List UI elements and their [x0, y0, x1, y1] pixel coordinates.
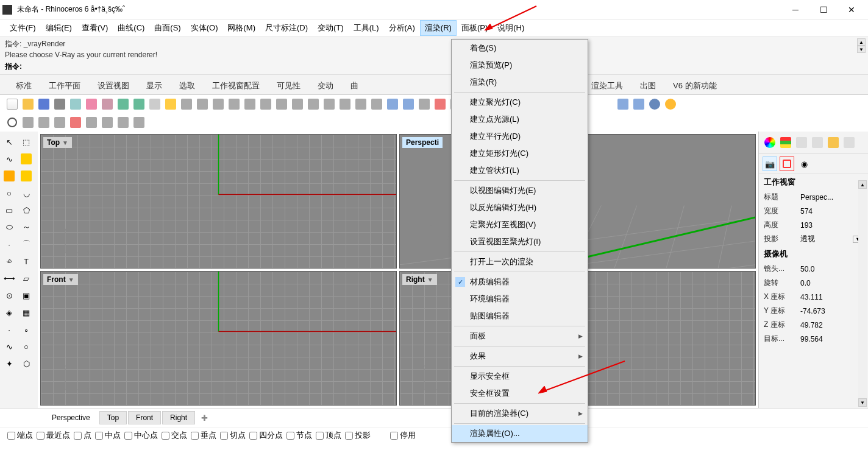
osnap-point[interactable]: 点 [74, 430, 91, 441]
tab-setview[interactable]: 设置视图 [89, 77, 138, 94]
vtab-right[interactable]: Right [162, 411, 195, 424]
menu-solid[interactable]: 实体(O) [186, 20, 223, 36]
render-menu-item-0[interactable]: 着色(S) [452, 40, 588, 57]
sec-tool-4-icon[interactable] [52, 115, 67, 130]
circle-icon[interactable]: ○ [1, 185, 17, 201]
arc-icon[interactable]: ◡ [18, 185, 34, 201]
viewport-front-header[interactable]: Front▼ [43, 274, 78, 285]
mesh-icon[interactable]: ▦ [18, 304, 34, 320]
sec-tool-3-icon[interactable] [37, 115, 51, 130]
command-input[interactable] [24, 63, 863, 71]
tool-6-icon[interactable] [258, 97, 273, 111]
lt-3-icon[interactable]: ∿ [1, 339, 17, 354]
sec-tool-1-icon[interactable] [5, 115, 20, 130]
spiral-icon[interactable]: ꩜ [1, 253, 17, 269]
polygon-icon[interactable]: ⬠ [18, 202, 34, 218]
tool-7-icon[interactable] [274, 97, 289, 111]
ellipse-icon[interactable]: ⬭ [1, 219, 17, 235]
render-menu-item-11[interactable]: 以反光编辑灯光(H) [452, 199, 588, 216]
menu-mesh[interactable]: 网格(M) [222, 20, 260, 36]
group-icon[interactable] [163, 97, 178, 111]
tool-14-icon[interactable] [385, 97, 400, 111]
osnap-int[interactable]: 交点 [162, 430, 187, 441]
render-menu-item-10[interactable]: 以视图编辑灯光(E) [452, 182, 588, 199]
material-mode-icon[interactable] [780, 156, 794, 171]
sec-tool-5-icon[interactable] [68, 115, 83, 130]
close-button[interactable]: ✕ [838, 1, 866, 19]
tab-display[interactable]: 显示 [138, 77, 171, 94]
menu-dimension[interactable]: 尺寸标注(D) [260, 20, 313, 36]
tab-select[interactable]: 选取 [171, 77, 204, 94]
render-menu-item-26[interactable]: 安全框设置 [452, 385, 588, 402]
tool-10-icon[interactable] [322, 97, 336, 111]
osnap-project[interactable]: 投影 [345, 430, 371, 441]
menu-help[interactable]: 说明(H) [493, 20, 529, 36]
tab-visibility[interactable]: 可见性 [268, 77, 309, 94]
lt-6-icon[interactable]: ⬡ [18, 356, 34, 371]
menu-panels[interactable]: 面板(P) [457, 20, 493, 36]
rect-icon[interactable]: ▭ [1, 202, 17, 218]
tool-5-icon[interactable] [243, 97, 257, 111]
tool-13-icon[interactable] [369, 97, 384, 111]
tab-transform[interactable]: 变动 [309, 77, 342, 94]
render-menu-item-5[interactable]: 建立点光源(L) [452, 111, 588, 128]
tool-12-icon[interactable] [354, 97, 368, 111]
render-menu-item-25[interactable]: 显示安全框 [452, 368, 588, 385]
tab-curve-obscured[interactable]: 曲 [342, 77, 367, 94]
tool-2-icon[interactable] [195, 97, 210, 111]
vtab-front[interactable]: Front [128, 411, 161, 424]
print-icon[interactable] [52, 97, 67, 111]
render-menu-item-15[interactable]: 打开上一次的渲染 [452, 253, 588, 270]
layers-tab-icon[interactable] [778, 135, 793, 150]
viewport-top-header[interactable]: Top▼ [43, 137, 72, 148]
render-menu-item-19[interactable]: 贴图编辑器 [452, 308, 588, 325]
render-menu-item-21[interactable]: 面板 [452, 328, 588, 345]
render-tool-4-icon[interactable] [663, 97, 678, 111]
select-icon[interactable] [148, 97, 162, 111]
command-history-down[interactable]: ▼ [857, 46, 866, 53]
lt-2-icon[interactable]: ∘ [18, 322, 34, 337]
viewport-front[interactable]: Front▼ z x [40, 271, 397, 406]
cplane-icon[interactable] [68, 97, 83, 111]
redo-icon[interactable] [132, 97, 146, 111]
maximize-button[interactable]: ☐ [809, 1, 838, 19]
lt-4-icon[interactable]: ○ [18, 339, 34, 354]
tool-15-icon[interactable] [401, 97, 416, 111]
osnap-tan[interactable]: 切点 [220, 430, 246, 441]
move-tool-icon[interactable] [1, 168, 17, 184]
render-menu-item-1[interactable]: 渲染预览(P) [452, 57, 588, 74]
osnap-mid[interactable]: 中点 [95, 430, 121, 441]
lt-1-icon[interactable]: · [1, 322, 17, 337]
render-tool-2-icon[interactable] [631, 97, 646, 111]
tool-9-icon[interactable] [306, 97, 321, 111]
render-menu-item-6[interactable]: 建立平行光(D) [452, 128, 588, 145]
point-icon[interactable]: · [1, 236, 17, 252]
revolve-icon[interactable]: ⊙ [1, 287, 17, 303]
osnap-quad[interactable]: 四分点 [249, 430, 283, 441]
loft-icon[interactable]: ◈ [1, 304, 17, 320]
tool-1-icon[interactable] [179, 97, 194, 111]
tab-v6-new[interactable]: V6 的新功能 [664, 77, 725, 94]
dim-icon[interactable]: ⟷ [1, 270, 17, 286]
display-tab-icon[interactable] [794, 135, 809, 150]
scrollbar-down[interactable]: ▼ [858, 398, 867, 407]
osnap-perp[interactable]: 垂点 [191, 430, 216, 441]
render-menu-item-13[interactable]: 设置视图至聚光灯(I) [452, 233, 588, 250]
sec-tool-6-icon[interactable] [84, 115, 99, 130]
render-menu-item-4[interactable]: 建立聚光灯(C) [452, 94, 588, 111]
render-menu-item-17[interactable]: ✓材质编辑器 [452, 273, 588, 290]
osnap-cen[interactable]: 中心点 [124, 430, 158, 441]
osnap-disable[interactable]: 停用 [390, 430, 416, 441]
viewport-top[interactable]: Top▼ y x [40, 134, 397, 269]
new-icon[interactable] [5, 97, 20, 111]
explosion-icon[interactable] [18, 168, 34, 184]
menu-curve[interactable]: 曲线(C) [113, 20, 149, 36]
render-menu-item-7[interactable]: 建立矩形灯光(C) [452, 145, 588, 162]
prop-row-projection[interactable]: 投影 透视 ▼ [759, 232, 868, 246]
render-menu-item-2[interactable]: 渲染(R) [452, 74, 588, 91]
camera-mode-icon[interactable]: 📷 [763, 156, 777, 171]
menu-view[interactable]: 查看(V) [77, 20, 113, 36]
copy-icon[interactable] [84, 97, 99, 111]
tab-standard[interactable]: 标准 [7, 77, 40, 94]
osnap-vertex[interactable]: 顶点 [316, 430, 341, 441]
